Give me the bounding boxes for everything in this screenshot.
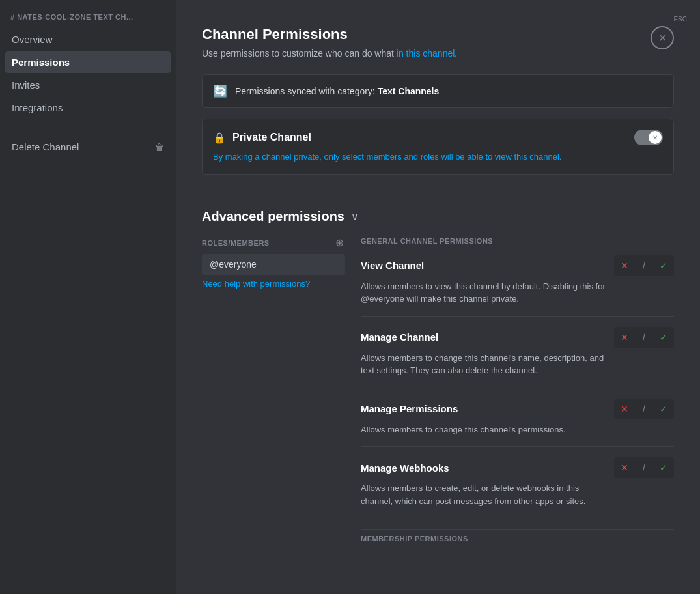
manage-permissions-neutral-button[interactable]: / xyxy=(635,400,653,418)
sidebar-divider xyxy=(10,128,165,128)
sidebar-item-label-integrations: Integrations xyxy=(12,102,63,113)
permission-manage-channel-name: Manage Channel xyxy=(361,332,438,343)
view-channel-allow-button[interactable]: ✓ xyxy=(654,257,673,275)
private-channel-title: 🔒 Private Channel xyxy=(213,132,311,144)
section-divider xyxy=(202,193,674,193)
manage-channel-buttons: ✕ / ✓ xyxy=(614,327,674,348)
subtitle-end: . xyxy=(455,48,457,59)
permission-view-channel-name: View Channel xyxy=(361,260,424,271)
permission-manage-channel-row: Manage Channel ✕ / ✓ xyxy=(361,327,674,348)
channel-name: # NATES-COOL-ZONE TEXT CH... xyxy=(5,10,171,29)
trash-icon: 🗑 xyxy=(155,142,164,152)
permissions-layout: ROLES/MEMBERS ⊕ @everyone Need help with… xyxy=(202,237,674,543)
permission-view-channel: View Channel ✕ / ✓ Allows members to vie… xyxy=(361,255,674,317)
sidebar-item-overview[interactable]: Overview xyxy=(5,29,171,50)
manage-permissions-deny-button[interactable]: ✕ xyxy=(615,400,634,418)
sync-notice-text: GENERAL CHANNEL PERMISSIONS Permissions … xyxy=(235,86,439,96)
sidebar-item-invites[interactable]: Invites xyxy=(5,74,171,96)
permissions-panel: GENERAL CHANNEL PERMISSIONS View Channel… xyxy=(361,237,674,543)
manage-permissions-buttons: ✕ / ✓ xyxy=(614,399,674,419)
sync-prefix: Permissions synced with category: xyxy=(235,86,378,96)
role-item-everyone[interactable]: @everyone xyxy=(202,254,345,275)
manage-permissions-desc: Allows members to change this channel's … xyxy=(361,423,608,436)
sidebar-item-label-invites: Invites xyxy=(12,79,40,91)
permission-manage-webhooks: Manage Webhooks ✕ / ✓ Allows members to … xyxy=(361,457,674,518)
subtitle-link: in this channel xyxy=(397,48,455,59)
manage-webhooks-allow-button[interactable]: ✓ xyxy=(654,459,673,477)
manage-channel-desc: Allows members to change this channel's … xyxy=(361,352,608,377)
view-channel-buttons: ✕ / ✓ xyxy=(614,255,674,276)
permission-manage-webhooks-row: Manage Webhooks ✕ / ✓ xyxy=(361,457,674,478)
sidebar-item-delete-channel[interactable]: Delete Channel 🗑 xyxy=(5,136,171,158)
sync-category: Text Channels xyxy=(378,86,440,96)
manage-channel-allow-button[interactable]: ✓ xyxy=(654,328,673,346)
membership-permissions-label: MEMBERSHIP PERMISSIONS xyxy=(361,529,674,543)
roles-label: ROLES/MEMBERS xyxy=(202,239,270,247)
delete-channel-label: Delete Channel xyxy=(12,141,79,152)
manage-channel-neutral-button[interactable]: / xyxy=(635,328,653,346)
private-channel-header: 🔒 Private Channel ✕ xyxy=(213,130,663,145)
sidebar-item-label-overview: Overview xyxy=(12,34,53,45)
roles-panel: ROLES/MEMBERS ⊕ @everyone Need help with… xyxy=(202,237,345,543)
sync-notice: 🔄 GENERAL CHANNEL PERMISSIONS Permission… xyxy=(202,74,674,108)
permission-manage-webhooks-name: Manage Webhooks xyxy=(361,462,449,474)
lock-icon: 🔒 xyxy=(213,132,226,144)
roles-panel-header: ROLES/MEMBERS ⊕ xyxy=(202,237,345,249)
permission-manage-channel: Manage Channel ✕ / ✓ Allows members to c… xyxy=(361,327,674,388)
manage-webhooks-deny-button[interactable]: ✕ xyxy=(615,459,634,477)
view-channel-desc: Allows members to view this channel by d… xyxy=(361,280,608,305)
permission-manage-permissions-name: Manage Permissions xyxy=(361,403,458,414)
sync-icon: 🔄 xyxy=(213,84,227,98)
help-permissions-link[interactable]: Need help with permissions? xyxy=(202,279,310,289)
view-channel-neutral-button[interactable]: / xyxy=(635,257,653,275)
manage-channel-deny-button[interactable]: ✕ xyxy=(615,328,634,346)
sidebar-item-label-permissions: Permissions xyxy=(12,57,70,68)
private-channel-box: 🔒 Private Channel ✕ By making a channel … xyxy=(202,119,674,175)
manage-webhooks-desc: Allows members to create, edit, or delet… xyxy=(361,482,608,507)
permission-view-channel-row: View Channel ✕ / ✓ xyxy=(361,255,674,276)
close-button[interactable]: ✕ xyxy=(651,26,674,50)
chevron-down-icon[interactable]: ∨ xyxy=(351,210,359,223)
close-icon: ✕ xyxy=(658,32,667,44)
private-channel-name: Private Channel xyxy=(232,132,311,143)
esc-label: ESC xyxy=(673,16,687,23)
private-channel-desc: By making a channel private, only select… xyxy=(213,150,663,163)
toggle-knob: ✕ xyxy=(649,131,662,144)
advanced-permissions-title: Advanced permissions xyxy=(202,209,344,224)
general-channel-permissions-label: GENERAL CHANNEL PERMISSIONS xyxy=(361,237,674,245)
add-role-button[interactable]: ⊕ xyxy=(333,237,345,249)
sidebar: # NATES-COOL-ZONE TEXT CH... Overview Pe… xyxy=(0,0,176,594)
manage-permissions-allow-button[interactable]: ✓ xyxy=(654,400,673,418)
main-content: ✕ ESC Channel Permissions Use permission… xyxy=(176,0,700,594)
role-everyone-label: @everyone xyxy=(210,259,257,270)
sidebar-item-integrations[interactable]: Integrations xyxy=(5,97,171,119)
sidebar-item-permissions[interactable]: Permissions xyxy=(5,51,171,73)
page-subtitle: Use permissions to customize who can do … xyxy=(202,48,674,59)
view-channel-deny-button[interactable]: ✕ xyxy=(615,257,634,275)
permission-manage-permissions-row: Manage Permissions ✕ / ✓ xyxy=(361,399,674,419)
page-title: Channel Permissions xyxy=(202,26,674,43)
subtitle-plain: Use permissions to customize who can do … xyxy=(202,48,397,59)
permission-manage-permissions: Manage Permissions ✕ / ✓ Allows members … xyxy=(361,399,674,447)
private-channel-toggle[interactable]: ✕ xyxy=(634,130,663,145)
advanced-permissions-header: Advanced permissions ∨ xyxy=(202,209,674,224)
manage-webhooks-buttons: ✕ / ✓ xyxy=(614,457,674,478)
manage-webhooks-neutral-button[interactable]: / xyxy=(635,459,653,477)
